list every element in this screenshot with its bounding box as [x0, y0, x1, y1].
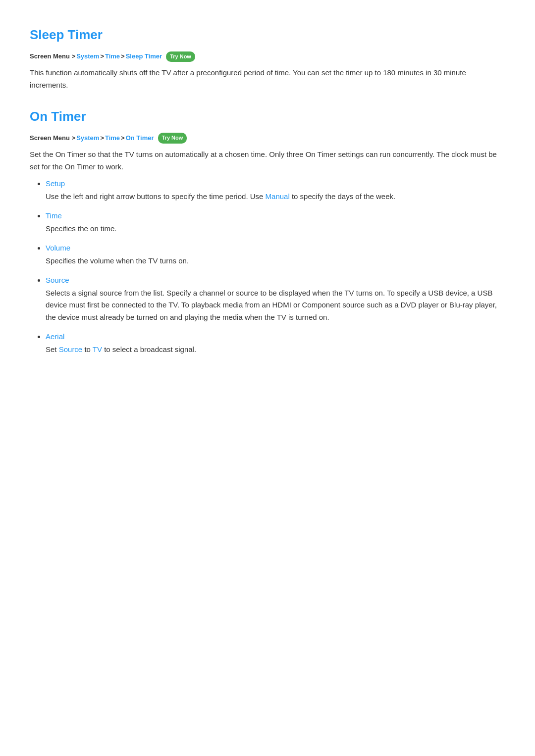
tv-link[interactable]: TV: [93, 345, 102, 353]
sleep-timer-description: This function automatically shuts off th…: [30, 67, 505, 92]
on-timer-description: Set the On Timer so that the TV turns on…: [30, 149, 505, 173]
on-timer-breadcrumb-sep1: >: [100, 133, 104, 144]
bullet-volume-label[interactable]: Volume: [46, 244, 70, 252]
breadcrumb-sep2: >: [121, 51, 125, 62]
bullet-aerial: Aerial Set Source to TV to select a broa…: [46, 331, 505, 356]
breadcrumb-time[interactable]: Time: [105, 51, 120, 62]
bullet-time-desc: Specifies the on time.: [46, 223, 505, 235]
bullet-source-label[interactable]: Source: [46, 276, 69, 284]
bullet-volume-desc: Specifies the volume when the TV turns o…: [46, 255, 505, 267]
bullet-aerial-label[interactable]: Aerial: [46, 332, 64, 341]
on-timer-try-now-badge[interactable]: Try Now: [158, 133, 187, 144]
on-timer-breadcrumb-sep2: >: [121, 133, 125, 144]
bullet-aerial-desc: Set Source to TV to select a broadcast s…: [46, 344, 505, 356]
on-timer-title: On Timer: [30, 106, 505, 127]
on-timer-breadcrumb: Screen Menu > System > Time > On TimerTr…: [30, 133, 505, 144]
on-timer-breadcrumb-time[interactable]: Time: [105, 133, 120, 144]
bullet-time: Time Specifies the on time.: [46, 210, 505, 235]
bullet-setup-label[interactable]: Setup: [46, 179, 65, 188]
sleep-timer-try-now-badge[interactable]: Try Now: [166, 51, 195, 62]
sleep-timer-section: Sleep Timer Screen Menu > System > Time …: [30, 25, 505, 92]
manual-link[interactable]: Manual: [266, 192, 290, 201]
bullet-volume: Volume Specifies the volume when the TV …: [46, 242, 505, 267]
source-link[interactable]: Source: [59, 345, 83, 353]
on-timer-breadcrumb-prefix: Screen Menu >: [30, 133, 75, 144]
on-timer-breadcrumb-system[interactable]: System: [76, 133, 99, 144]
bullet-source: Source Selects a signal source from the …: [46, 274, 505, 324]
sleep-timer-breadcrumb: Screen Menu > System > Time > Sleep Time…: [30, 51, 505, 62]
breadcrumb-sep1: >: [100, 51, 104, 62]
on-timer-bullet-list: Setup Use the left and right arrow butto…: [30, 178, 505, 355]
sleep-timer-title: Sleep Timer: [30, 25, 505, 46]
breadcrumb-system[interactable]: System: [76, 51, 99, 62]
bullet-time-label[interactable]: Time: [46, 211, 62, 220]
breadcrumb-sleep-timer[interactable]: Sleep Timer: [126, 51, 162, 62]
on-timer-breadcrumb-on-timer[interactable]: On Timer: [126, 133, 154, 144]
bullet-setup-desc: Use the left and right arrow buttons to …: [46, 191, 505, 203]
on-timer-section: On Timer Screen Menu > System > Time > O…: [30, 106, 505, 356]
breadcrumb-prefix: Screen Menu >: [30, 51, 75, 62]
bullet-setup: Setup Use the left and right arrow butto…: [46, 178, 505, 203]
bullet-source-desc: Selects a signal source from the list. S…: [46, 287, 505, 324]
